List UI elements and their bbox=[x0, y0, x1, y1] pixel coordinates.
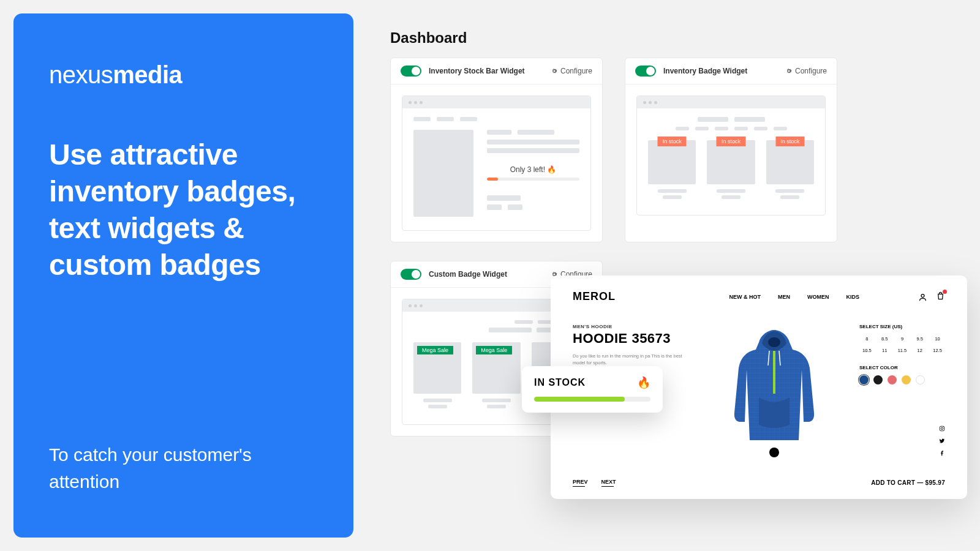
stock-bar-text: Only 3 left! 🔥 bbox=[487, 165, 579, 174]
color-selector bbox=[859, 375, 945, 384]
stock-popup-bar bbox=[534, 397, 650, 402]
product-image-placeholder bbox=[413, 130, 473, 217]
badge-configure-button[interactable]: Configure bbox=[785, 67, 827, 75]
size-option[interactable]: 10.5 bbox=[859, 346, 875, 355]
custom-badge-toggle[interactable] bbox=[401, 269, 421, 280]
svg-point-0 bbox=[921, 294, 924, 298]
add-to-cart-button[interactable]: ADD TO CART — $95.97 bbox=[871, 479, 945, 486]
mega-sale-badge: Mega Sale bbox=[476, 346, 512, 354]
size-option[interactable]: 11.5 bbox=[895, 346, 910, 355]
product-description: Do you like to run in the morning in pa … bbox=[573, 353, 689, 367]
user-icon[interactable] bbox=[918, 293, 927, 302]
product-image bbox=[725, 324, 823, 446]
badge-widget-name: Inventory Badge Widget bbox=[663, 67, 785, 75]
badge-toggle[interactable] bbox=[635, 66, 656, 77]
stock-bar-toggle[interactable] bbox=[401, 66, 421, 77]
in-stock-badge: In stock bbox=[775, 137, 804, 146]
stock-bar-configure-button[interactable]: Configure bbox=[551, 67, 592, 75]
stock-progress-bar bbox=[487, 178, 579, 181]
nav-women[interactable]: WOMEN bbox=[807, 294, 829, 300]
color-option[interactable] bbox=[888, 375, 897, 384]
promo-panel: nexusmedia Use attractive inventory badg… bbox=[13, 13, 353, 538]
stock-bar-widget-name: Inventory Stock Bar Widget bbox=[429, 67, 551, 75]
dashboard-area: Dashboard Inventory Stock Bar Widget Con… bbox=[390, 13, 967, 538]
brand-logo: nexusmedia bbox=[49, 61, 318, 89]
promo-subtext: To catch your customer's attention bbox=[49, 441, 318, 495]
color-option[interactable] bbox=[902, 375, 911, 384]
configure-label: Configure bbox=[560, 67, 592, 75]
store-nav: NEW & HOT MEN WOMEN KIDS bbox=[729, 294, 859, 300]
svg-rect-6 bbox=[940, 426, 944, 431]
size-label: SELECT SIZE (US) bbox=[859, 324, 945, 329]
nav-kids[interactable]: KIDS bbox=[846, 294, 859, 300]
brand-light: nexus bbox=[49, 61, 113, 88]
next-button[interactable]: NEXT bbox=[601, 479, 616, 487]
store-logo: MEROL bbox=[573, 290, 616, 303]
cart-icon[interactable] bbox=[936, 291, 945, 303]
size-selector: 8 8.5 9 9.5 10 10.5 11 11.5 12 12.5 bbox=[859, 334, 945, 355]
nav-men[interactable]: MEN bbox=[778, 294, 790, 300]
in-stock-text: IN STOCK bbox=[534, 377, 586, 388]
browser-mockup: In stock In stock In stock bbox=[636, 96, 826, 216]
svg-rect-3 bbox=[773, 351, 775, 394]
size-option[interactable]: 8 bbox=[859, 334, 875, 343]
in-stock-popup: IN STOCK 🔥 bbox=[522, 366, 663, 413]
browser-mockup: Only 3 left! 🔥 bbox=[402, 96, 591, 231]
mega-sale-badge: Mega Sale bbox=[417, 346, 453, 354]
gear-icon bbox=[785, 67, 793, 75]
svg-point-2 bbox=[768, 337, 780, 347]
cart-badge-dot bbox=[943, 290, 947, 294]
svg-point-7 bbox=[941, 427, 943, 429]
brand-bold: media bbox=[113, 61, 182, 88]
product-title: HOODIE 35673 bbox=[573, 331, 689, 347]
color-label: SELECT COLOR bbox=[859, 365, 945, 370]
color-option[interactable] bbox=[916, 375, 925, 384]
badge-widget-card: Inventory Badge Widget Configure In s bbox=[625, 58, 837, 242]
fire-icon: 🔥 bbox=[637, 376, 650, 389]
size-option[interactable]: 8.5 bbox=[877, 334, 892, 343]
facebook-icon[interactable] bbox=[939, 450, 945, 456]
dashboard-title: Dashboard bbox=[390, 29, 967, 47]
size-option[interactable]: 10 bbox=[930, 334, 945, 343]
svg-point-8 bbox=[943, 427, 944, 427]
stock-bar-widget-card: Inventory Stock Bar Widget Configure bbox=[390, 58, 603, 242]
size-option[interactable]: 9 bbox=[895, 334, 910, 343]
color-option[interactable] bbox=[873, 375, 883, 384]
twitter-icon[interactable] bbox=[939, 438, 945, 444]
custom-badge-widget-name: Custom Badge Widget bbox=[429, 270, 551, 279]
nav-new-hot[interactable]: NEW & HOT bbox=[729, 294, 761, 300]
color-option[interactable] bbox=[859, 375, 869, 384]
in-stock-badge: In stock bbox=[717, 137, 745, 146]
rotate-button[interactable] bbox=[769, 448, 779, 457]
configure-label: Configure bbox=[795, 67, 827, 75]
in-stock-badge: In stock bbox=[658, 137, 687, 146]
size-option[interactable]: 12.5 bbox=[930, 346, 945, 355]
gear-icon bbox=[551, 67, 558, 75]
size-option[interactable]: 12 bbox=[912, 346, 927, 355]
prev-button[interactable]: PREV bbox=[573, 479, 588, 487]
size-option[interactable]: 9.5 bbox=[912, 334, 927, 343]
size-option[interactable]: 11 bbox=[877, 346, 892, 355]
promo-headline: Use attractive inventory badges, text wi… bbox=[49, 137, 318, 283]
instagram-icon[interactable] bbox=[939, 425, 945, 432]
product-category: MEN'S HOODIE bbox=[573, 324, 689, 329]
